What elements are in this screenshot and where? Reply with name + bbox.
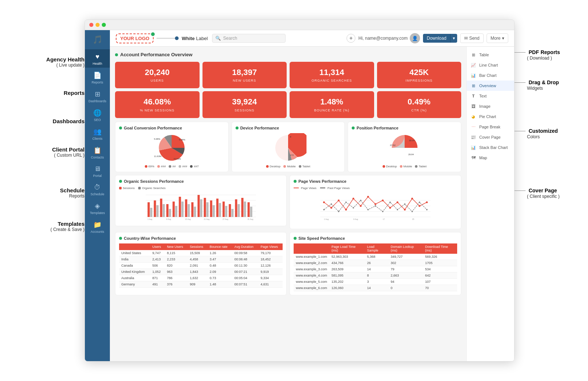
widget-table[interactable]: ⊞ Table: [467, 50, 514, 60]
stats-grid-row1: 20,240 USERS 18,397 NEW USERS 11,314 ORG…: [115, 62, 461, 88]
table-row: www.example_6.com126,06014070: [294, 285, 457, 291]
stat-new-sessions-value: 46.08%: [119, 97, 195, 107]
send-button[interactable]: ✉ Send: [460, 33, 484, 43]
download-btn-group: Download ▾: [423, 34, 457, 43]
widget-map[interactable]: 🗺 Map: [467, 153, 514, 163]
legend-item: ##7: [190, 165, 198, 168]
legend-organic: Organic Searches: [138, 186, 165, 190]
widget-pie-chart[interactable]: ◕ Pie Chart: [467, 111, 514, 122]
stat-ctr-label: CTR (%): [381, 108, 457, 112]
table-cell: 3.47: [207, 256, 232, 262]
widget-page-break[interactable]: ⋯ Page Break: [467, 122, 514, 132]
sidebar-item-schedule[interactable]: ⏱ Schedule: [85, 180, 110, 198]
country-wise-title: Country-Wise Performance: [119, 236, 283, 241]
svg-point-75: [338, 211, 340, 212]
maximize-dot[interactable]: [102, 23, 106, 27]
widget-text[interactable]: T Text: [467, 91, 514, 101]
sidebar-clients-label: Clients: [92, 137, 103, 140]
table-cell: 107: [423, 278, 457, 285]
site-speed-chart: Site Speed Performance Page Load Time (m…: [290, 232, 461, 295]
position-performance-title: Position Performance: [352, 126, 457, 130]
table-cell: 376: [165, 281, 187, 287]
table-row: Canada5068202,0910.4800:11:3012,126: [119, 262, 283, 268]
charts-row: Goal Conversion Performance: [115, 122, 461, 172]
sidebar-item-health[interactable]: ♥ Health: [85, 49, 110, 68]
sidebar-item-contacts[interactable]: 📋 Contacts: [85, 143, 110, 161]
table-cell: 4,631: [258, 281, 283, 287]
svg-rect-24: [179, 197, 181, 217]
organic-legend: Sessions Organic Searches: [119, 186, 283, 190]
legend-item: ###: [157, 165, 166, 168]
table-cell: 491: [150, 281, 165, 287]
widget-image[interactable]: 🖼 Image: [467, 101, 514, 111]
ann-customized: Customized Colors: [514, 128, 581, 139]
schedule-icon: ⏱: [94, 184, 101, 191]
page-break-widget-icon: ⋯: [470, 124, 476, 130]
col-pageviews: Page Views: [258, 243, 283, 250]
country-table: Users New Users Sessions Bounce rate Avg…: [119, 243, 283, 288]
site-speed-table: Page Load Time (ms) Load Sample Domain L…: [294, 243, 457, 291]
sidebar-item-dashboards[interactable]: ⊞ Dashboards: [85, 86, 110, 105]
table-row: Australia8717861,6320.7300:05:049,334: [119, 275, 283, 281]
legend-dot: [145, 165, 147, 168]
minimize-dot[interactable]: [96, 23, 100, 27]
widget-line-chart[interactable]: 📈 Line Chart: [467, 60, 514, 70]
widget-stack-bar[interactable]: 📊 Stack Bar Chart: [467, 142, 514, 153]
widget-cover-page[interactable]: 📰 Cover Page: [467, 132, 514, 142]
report-area: Account Performance Overview 20,240 USER…: [110, 47, 514, 361]
goal-conversion-chart: Goal Conversion Performance: [115, 122, 229, 172]
overview-widget-icon: ⊞: [470, 83, 476, 89]
sidebar-item-clients[interactable]: 👥 Clients: [85, 124, 110, 143]
widget-stack-bar-label: Stack Bar Chart: [479, 145, 508, 150]
close-dot[interactable]: [89, 23, 93, 27]
table-cell: 2,413: [150, 256, 165, 262]
pie-chart-widget-icon: ◕: [470, 114, 476, 120]
seo-icon: 🌐: [93, 109, 101, 117]
sidebar-item-reports[interactable]: 📄 Reports: [85, 68, 110, 86]
legend-dot: [383, 165, 385, 168]
table-header-row: Page Load Time (ms) Load Sample Domain L…: [294, 243, 457, 254]
svg-point-76: [345, 202, 347, 203]
more-button[interactable]: More ▾: [487, 33, 508, 43]
svg-text:1 Aug: 1 Aug: [324, 218, 329, 220]
table-row: www.example_5.com135,202394107: [294, 278, 457, 285]
stat-users-label: USERS: [119, 79, 195, 82]
table-cell: 00:06:48: [232, 256, 258, 262]
download-arrow-button[interactable]: ▾: [450, 34, 457, 43]
svg-rect-36: [216, 199, 219, 217]
table-cell: 2.09: [207, 268, 232, 275]
sidebar-item-portal[interactable]: 🖥 Portal: [85, 161, 110, 180]
sidebar-item-seo[interactable]: 🌐 SEO: [85, 105, 110, 124]
widget-cover-label: Cover Page: [479, 135, 501, 139]
table-cell: 820: [165, 262, 187, 268]
sidebar-logo: 🎵: [85, 30, 110, 49]
page-views-green-dot: [294, 180, 297, 183]
table-cell: 909: [187, 281, 207, 287]
goal-conversion-title: Goal Conversion Performance: [119, 126, 225, 130]
legend-dashed-line: [320, 188, 325, 188]
page-views-legend: Page Views Past Page Views: [294, 186, 457, 190]
legend-past-page-views: Past Page Views: [320, 186, 349, 190]
legend-item: 69%: [145, 165, 154, 168]
table-cell: 1,632: [187, 275, 207, 281]
organic-bar-svg: 1 Aug 9 Aug 15 Aug 21 Aug 27 Aug 31 Aug: [119, 191, 283, 221]
widget-bar-chart[interactable]: 📊 Bar Chart: [467, 70, 514, 81]
add-button[interactable]: +: [347, 34, 355, 43]
legend-dot: [179, 165, 181, 168]
stat-sessions-value: 39,924: [207, 97, 283, 107]
search-icon: 🔍: [215, 36, 221, 41]
legend-sessions: Sessions: [119, 186, 135, 190]
legend-line: [294, 188, 299, 188]
search-bar[interactable]: 🔍 Search: [212, 34, 286, 43]
sidebar-item-accounts[interactable]: 📁 Accounts: [85, 217, 110, 236]
table-cell: 9,334: [258, 275, 283, 281]
svg-rect-41: [232, 209, 234, 217]
download-button[interactable]: Download: [423, 34, 450, 43]
widget-overview[interactable]: ⊞ Overview: [467, 81, 514, 91]
position-legend: Desktop Mobile Tablet: [383, 165, 427, 168]
logo-text: YOUR LOGO: [120, 36, 149, 41]
sidebar-item-templates[interactable]: ◈ Templates: [85, 198, 110, 217]
legend-dot: [119, 187, 122, 189]
sidebar-templates-label: Templates: [90, 211, 105, 215]
text-widget-icon: T: [470, 93, 476, 99]
